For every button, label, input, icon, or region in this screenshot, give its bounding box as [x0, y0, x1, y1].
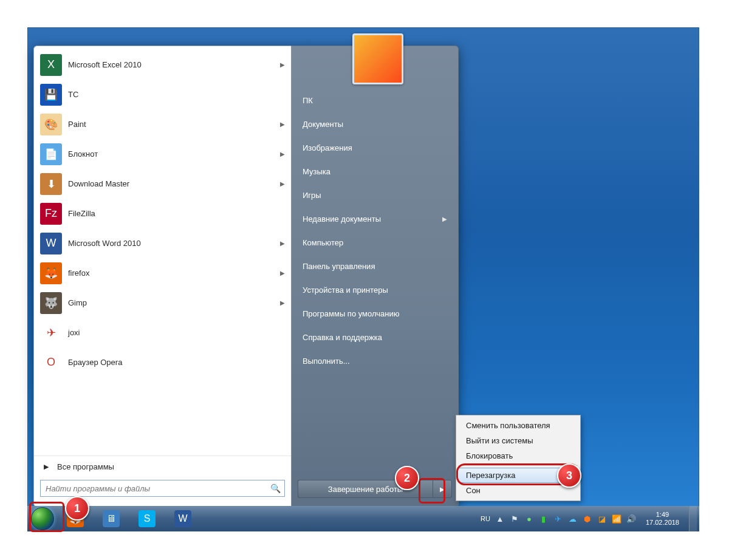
places-item[interactable]: Игры	[292, 183, 458, 207]
places-item[interactable]: Изображения	[292, 136, 458, 160]
start-menu-programs-pane: XMicrosoft Excel 2010▶💾TC🎨Paint▶📄Блокнот…	[33, 46, 291, 507]
program-label: Блокнот	[68, 149, 280, 159]
places-item[interactable]: Компьютер	[292, 231, 458, 254]
user-avatar[interactable]	[352, 33, 403, 84]
search-input[interactable]	[44, 483, 270, 494]
places-item[interactable]: Музыка	[292, 160, 458, 183]
places-item[interactable]: ПК	[292, 89, 458, 112]
menu-restart[interactable]: Перезагрузка	[457, 468, 579, 483]
places-label: Игры	[303, 191, 321, 200]
places-label: Музыка	[303, 167, 330, 176]
tray-box-icon[interactable]: ◪	[597, 514, 607, 524]
opera-icon: O	[40, 352, 62, 374]
program-label: Microsoft Excel 2010	[68, 60, 280, 69]
word-icon: W	[174, 510, 191, 527]
places-label: Панель управления	[303, 262, 375, 271]
desktop: XMicrosoft Excel 2010▶💾TC🎨Paint▶📄Блокнот…	[27, 27, 699, 531]
program-item[interactable]: 📄Блокнот▶	[34, 139, 291, 169]
program-item[interactable]: 🐺Gimp▶	[34, 288, 291, 318]
places-label: Документы	[303, 120, 343, 129]
submenu-arrow-icon: ▶	[280, 151, 285, 157]
submenu-arrow-icon: ▶	[280, 61, 285, 68]
places-label: Компьютер	[303, 238, 343, 247]
power-options-menu: Сменить пользователя Выйти из системы Бл…	[456, 415, 581, 501]
triangle-right-icon: ▶	[44, 463, 49, 471]
menu-lock[interactable]: Блокировать	[457, 448, 579, 463]
menu-sleep[interactable]: Сон	[457, 483, 579, 498]
program-label: FileZilla	[68, 209, 285, 218]
places-label: Устройства и принтеры	[303, 285, 388, 295]
tray-chevron-icon[interactable]: ▲	[495, 514, 505, 524]
tray-shield-icon[interactable]: ⬢	[583, 514, 592, 524]
triangle-right-icon: ▶	[440, 486, 445, 493]
tray-dot-icon[interactable]: ●	[524, 514, 534, 524]
places-item[interactable]: Недавние документы▶	[292, 207, 458, 231]
paint-icon: 🎨	[40, 114, 62, 135]
program-label: TC	[68, 90, 285, 99]
taskbar-firefox[interactable]: 🦊	[58, 508, 92, 530]
places-item[interactable]: Панель управления	[292, 254, 458, 278]
places-item[interactable]: Программы по умолчанию	[292, 302, 458, 326]
language-indicator[interactable]: RU	[481, 515, 490, 522]
tray-bars-icon[interactable]: ▮	[539, 514, 549, 524]
program-item[interactable]: XMicrosoft Excel 2010▶	[34, 50, 291, 80]
all-programs-label: Все программы	[57, 462, 114, 471]
taskbar-skype[interactable]: S	[130, 508, 164, 530]
program-item[interactable]: ✈joxi	[34, 318, 291, 347]
menu-switch-user[interactable]: Сменить пользователя	[457, 418, 579, 433]
places-label: Программы по умолчанию	[303, 309, 399, 318]
start-button[interactable]	[29, 507, 56, 531]
program-item[interactable]: FzFileZilla	[34, 199, 291, 228]
program-label: joxi	[68, 328, 285, 337]
places-label: Выполнить...	[303, 357, 350, 366]
program-label: firefox	[68, 268, 280, 278]
taskbar-clock[interactable]: 1:49 17.02.2018	[641, 511, 684, 527]
menu-separator	[459, 465, 578, 466]
submenu-arrow-icon: ▶	[280, 270, 285, 276]
notepad-icon: 📄	[40, 143, 62, 165]
tray-network-icon[interactable]: 📶	[612, 514, 621, 524]
places-label: Изображения	[303, 143, 352, 152]
places-label: Недавние документы	[303, 214, 381, 224]
places-item[interactable]: Документы	[292, 112, 458, 136]
search-box[interactable]: 🔍	[40, 480, 285, 497]
submenu-arrow-icon: ▶	[280, 240, 285, 247]
show-desktop-button[interactable]	[689, 506, 697, 531]
monitor-icon: 🖥	[103, 510, 120, 527]
shutdown-options-button[interactable]: ▶	[433, 480, 452, 498]
program-item[interactable]: ⬇Download Master▶	[34, 169, 291, 199]
program-item[interactable]: 🦊firefox▶	[34, 258, 291, 288]
search-icon: 🔍	[270, 483, 281, 493]
program-item[interactable]: WMicrosoft Word 2010▶	[34, 228, 291, 258]
taskbar-word[interactable]: W	[166, 508, 200, 530]
program-item[interactable]: 💾TC	[34, 80, 291, 109]
menu-logoff[interactable]: Выйти из системы	[457, 433, 579, 448]
tray-flag-icon[interactable]: ⚑	[510, 514, 519, 524]
tray-telegram-icon[interactable]: ✈	[553, 514, 563, 524]
program-label: Браузер Opera	[68, 358, 285, 367]
download-master-icon: ⬇	[40, 173, 62, 195]
places-item[interactable]: Выполнить...	[292, 349, 458, 373]
firefox-icon: 🦊	[67, 510, 84, 527]
tray-cloud-icon[interactable]: ☁	[568, 514, 578, 524]
places-item[interactable]: Справка и поддержка	[292, 326, 458, 349]
program-item[interactable]: OБраузер Opera	[34, 347, 291, 377]
all-programs-button[interactable]: ▶ Все программы	[34, 456, 291, 476]
program-label: Microsoft Word 2010	[68, 239, 280, 248]
submenu-arrow-icon: ▶	[280, 180, 285, 187]
program-label: Download Master	[68, 179, 280, 188]
start-menu-places-pane: ПКДокументыИзображенияМузыкаИгрыНедавние…	[291, 46, 459, 507]
shutdown-button[interactable]: Завершение работы	[298, 480, 433, 498]
tray-volume-icon[interactable]: 🔊	[626, 514, 636, 524]
skype-icon: S	[139, 510, 156, 527]
joxi-icon: ✈	[40, 322, 62, 344]
excel-icon: X	[40, 54, 62, 76]
taskbar-explorer[interactable]: 🖥	[94, 508, 128, 530]
word-icon: W	[40, 233, 62, 254]
program-item[interactable]: 🎨Paint▶	[34, 109, 291, 139]
submenu-arrow-icon: ▶	[280, 299, 285, 306]
start-menu: XMicrosoft Excel 2010▶💾TC🎨Paint▶📄Блокнот…	[33, 46, 459, 507]
gimp-icon: 🐺	[40, 292, 62, 314]
places-item[interactable]: Устройства и принтеры	[292, 278, 458, 302]
places-label: ПК	[303, 96, 313, 105]
